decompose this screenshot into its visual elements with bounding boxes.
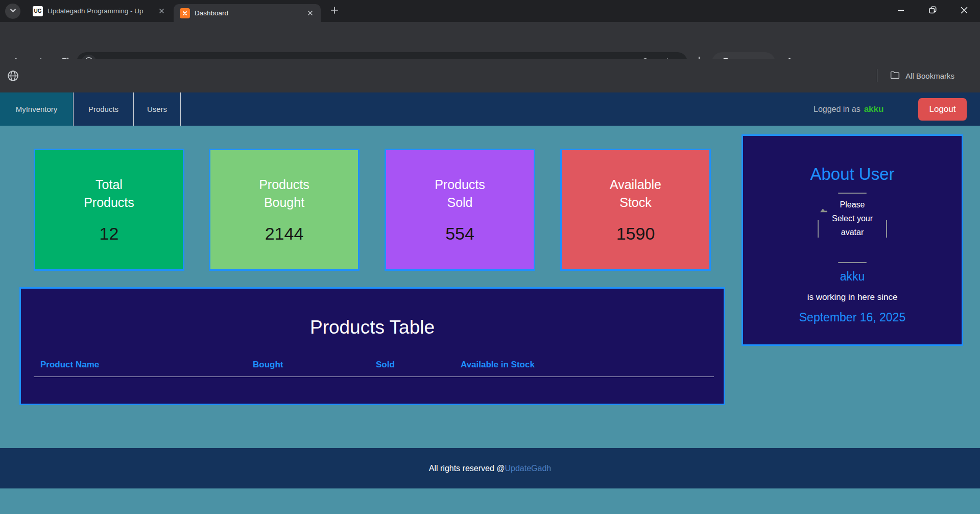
about-username: akku [743,270,962,284]
products-table-title: Products Table [21,317,724,338]
close-tab-icon[interactable] [157,7,166,16]
window-controls [885,0,980,22]
about-since-date: September 16, 2025 [743,311,962,324]
tab-title: Updategadh Programming - Up [47,7,152,15]
globe-bookmark-button[interactable] [7,69,19,82]
column-header-product-name: Product Name [40,360,99,370]
avatar-border-fragment [838,193,867,194]
stat-value: 554 [386,224,534,244]
logged-in-status: Logged in as akku [814,92,883,126]
page-footer: All rights reserved @UpdateGadh [0,448,980,488]
footer-link-updategadh[interactable]: UpdateGadh [505,464,552,473]
tab-title: Dashboard [195,9,301,17]
globe-icon [7,75,19,84]
footer-text: All rights reserved @ [429,464,505,473]
minimize-button[interactable] [885,0,917,22]
broken-image-icon [820,206,828,215]
avatar-border-fragment [886,220,887,238]
avatar-alt-text: Please Select your avatar [829,198,876,239]
logout-button[interactable]: Logout [918,98,967,121]
close-icon [961,7,968,16]
bookmarks-bar: All Bookmarks [0,59,980,92]
tab-dashboard[interactable]: Dashboard [174,4,321,22]
close-tab-icon[interactable] [305,9,315,18]
close-window-button[interactable] [948,0,980,22]
all-bookmarks-label: All Bookmarks [905,72,954,80]
column-header-available: Available in Stock [461,360,535,370]
stat-card-available-stock: Available Stock 1590 [560,149,711,271]
plus-icon [331,7,338,16]
tab-strip: UG Updategadh Programming - Up Dashboard [0,0,980,22]
stat-title: Products Bought [210,150,358,212]
stat-title: Available Stock [562,150,709,212]
all-bookmarks-button[interactable]: All Bookmarks [877,59,954,92]
about-user-panel: About User Please Select your avatar akk… [742,134,963,346]
stat-value: 2144 [210,224,358,244]
stat-value: 1590 [562,224,709,244]
nav-divider [180,92,181,126]
screen: UG Updategadh Programming - Up Dashboard [0,0,980,514]
stat-value: 12 [35,224,183,244]
products-table-panel: Products Table Product Name Bought Sold … [19,287,725,405]
stat-card-products-sold: Products Sold 554 [385,149,535,271]
folder-icon [890,69,900,82]
minimize-icon [897,7,904,16]
avatar-border-fragment [818,220,819,238]
new-tab-button[interactable] [328,5,341,18]
xampp-favicon-icon [180,8,190,18]
bookmarks-separator [877,69,877,82]
stat-card-products-bought: Products Bought 2144 [209,149,360,271]
nav-item-products[interactable]: Products [74,92,133,126]
avatar-broken-image: Please Select your avatar [818,193,887,263]
brand-label: MyInventory [16,105,58,113]
browser-toolbar: localhost/t/Inventory_Management_In_PHP/… [0,22,980,59]
ug-favicon-icon: UG [33,6,43,16]
tab-updategadh[interactable]: UG Updategadh Programming - Up [27,0,172,22]
stat-title: Total Products [35,150,183,212]
nav-item-users[interactable]: Users [134,92,180,126]
avatar-border-fragment [838,262,867,263]
stat-card-total-products: Total Products 12 [34,149,184,271]
about-user-title: About User [743,165,962,184]
logged-in-prefix: Logged in as [814,105,861,114]
restore-icon [929,6,937,16]
restore-button[interactable] [917,0,948,22]
site-navbar: MyInventory Products Users Logged in as … [0,92,980,126]
stat-title: Products Sold [386,150,534,212]
about-since-text: is working in here since [743,292,962,302]
tab-search-button[interactable] [5,4,20,19]
column-header-sold: Sold [376,360,395,370]
nav-label: Products [88,105,118,113]
table-header-divider [34,377,714,377]
logged-in-username: akku [864,104,884,114]
sidebar-item-myinventory[interactable]: MyInventory [0,92,73,126]
chevron-down-icon [10,7,16,16]
nav-label: Users [147,105,167,113]
column-header-bought: Bought [253,360,283,370]
